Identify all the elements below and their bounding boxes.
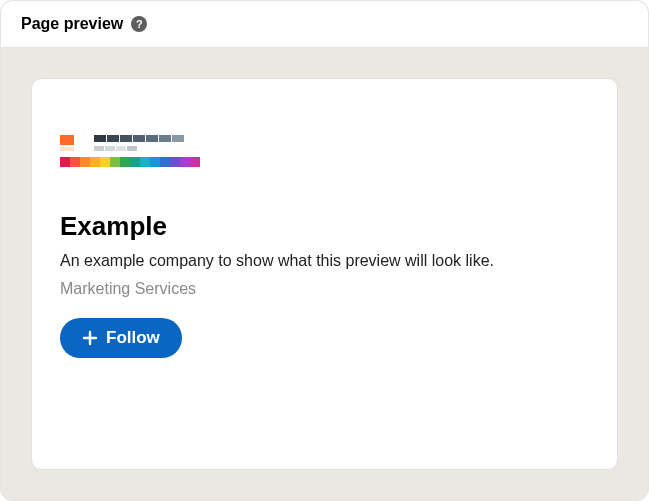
logo-swatch bbox=[60, 135, 74, 145]
logo-swatch bbox=[159, 135, 171, 142]
logo-swatch bbox=[127, 146, 137, 151]
logo-swatch bbox=[120, 157, 130, 167]
panel-title: Page preview bbox=[21, 15, 123, 33]
logo-swatch bbox=[170, 157, 180, 167]
company-industry: Marketing Services bbox=[60, 280, 589, 298]
logo-swatch bbox=[133, 135, 145, 142]
logo-swatch bbox=[60, 157, 70, 167]
logo-swatch bbox=[90, 157, 100, 167]
logo-swatch bbox=[70, 157, 80, 167]
follow-button-label: Follow bbox=[106, 328, 160, 348]
help-icon[interactable]: ? bbox=[131, 16, 147, 32]
logo-swatch bbox=[116, 146, 126, 151]
logo-swatch bbox=[190, 157, 200, 167]
logo-swatch bbox=[110, 157, 120, 167]
logo-swatch bbox=[60, 147, 74, 151]
panel-header: Page preview ? bbox=[1, 1, 648, 48]
logo-swatch bbox=[105, 146, 115, 151]
logo-swatch bbox=[150, 157, 160, 167]
page-preview-panel: Page preview ? Example An example bbox=[0, 0, 649, 501]
panel-body: Example An example company to show what … bbox=[1, 48, 648, 500]
preview-card: Example An example company to show what … bbox=[31, 78, 618, 470]
logo-swatch bbox=[130, 157, 140, 167]
logo-swatch bbox=[140, 157, 150, 167]
logo-grey-strip bbox=[94, 144, 184, 151]
logo-swatch bbox=[160, 157, 170, 167]
logo-swatch bbox=[94, 135, 106, 142]
logo-swatch bbox=[94, 146, 104, 151]
logo-swatch bbox=[100, 157, 110, 167]
plus-icon bbox=[82, 330, 98, 346]
logo-swatch bbox=[120, 135, 132, 142]
company-name: Example bbox=[60, 211, 589, 242]
logo-swatch bbox=[172, 135, 184, 142]
logo-rainbow-strip bbox=[60, 157, 589, 167]
logo-swatch bbox=[80, 157, 90, 167]
logo-swatch bbox=[107, 135, 119, 142]
logo-swatch bbox=[180, 157, 190, 167]
logo-dark-strip bbox=[94, 135, 184, 142]
company-logo bbox=[60, 135, 589, 167]
logo-swatch bbox=[146, 135, 158, 142]
follow-button[interactable]: Follow bbox=[60, 318, 182, 358]
company-tagline: An example company to show what this pre… bbox=[60, 252, 589, 270]
